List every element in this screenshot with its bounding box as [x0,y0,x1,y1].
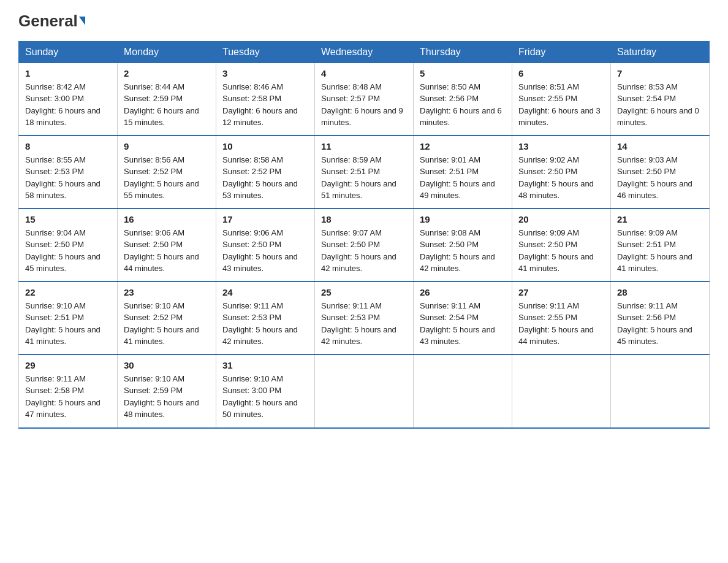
day-cell: 29Sunrise: 9:11 AMSunset: 2:58 PMDayligh… [19,354,118,428]
header-cell-monday: Monday [118,41,216,63]
day-number: 10 [222,141,308,151]
day-cell: 12Sunrise: 9:01 AMSunset: 2:51 PMDayligh… [414,136,512,209]
header-row: SundayMondayTuesdayWednesdayThursdayFrid… [19,41,710,63]
day-cell: 6Sunrise: 8:51 AMSunset: 2:55 PMDaylight… [512,63,611,136]
day-number: 9 [124,141,210,151]
day-cell: 5Sunrise: 8:50 AMSunset: 2:56 PMDaylight… [414,63,512,136]
day-info: Sunrise: 9:10 AMSunset: 2:51 PMDaylight:… [25,300,111,348]
day-cell: 8Sunrise: 8:55 AMSunset: 2:53 PMDaylight… [19,136,118,209]
day-cell [512,354,611,428]
day-number: 24 [222,287,308,297]
day-number: 23 [124,287,210,297]
week-row-5: 29Sunrise: 9:11 AMSunset: 2:58 PMDayligh… [19,354,710,428]
day-number: 1 [25,68,111,79]
day-cell: 11Sunrise: 8:59 AMSunset: 2:51 PMDayligh… [315,136,414,209]
day-info: Sunrise: 9:06 AMSunset: 2:50 PMDaylight:… [222,227,308,275]
day-cell: 16Sunrise: 9:06 AMSunset: 2:50 PMDayligh… [118,209,216,282]
day-cell: 10Sunrise: 8:58 AMSunset: 2:52 PMDayligh… [216,136,315,209]
day-cell [315,354,414,428]
day-cell: 28Sunrise: 9:11 AMSunset: 2:56 PMDayligh… [611,282,710,354]
calendar-body: 1Sunrise: 8:42 AMSunset: 3:00 PMDaylight… [19,63,710,428]
day-number: 26 [420,287,506,297]
day-cell: 9Sunrise: 8:56 AMSunset: 2:52 PMDaylight… [118,136,216,209]
header-cell-wednesday: Wednesday [315,41,414,63]
day-number: 15 [25,214,111,224]
day-info: Sunrise: 8:50 AMSunset: 2:56 PMDaylight:… [420,81,506,129]
header-cell-friday: Friday [512,41,611,63]
week-row-1: 1Sunrise: 8:42 AMSunset: 3:00 PMDaylight… [19,63,710,136]
day-cell: 13Sunrise: 9:02 AMSunset: 2:50 PMDayligh… [512,136,611,209]
day-number: 27 [518,287,604,297]
day-cell: 31Sunrise: 9:10 AMSunset: 3:00 PMDayligh… [216,354,315,428]
day-number: 28 [617,287,703,297]
day-cell: 18Sunrise: 9:07 AMSunset: 2:50 PMDayligh… [315,209,414,282]
day-info: Sunrise: 8:58 AMSunset: 2:52 PMDaylight:… [222,154,308,202]
day-cell: 22Sunrise: 9:10 AMSunset: 2:51 PMDayligh… [19,282,118,354]
day-info: Sunrise: 9:03 AMSunset: 2:50 PMDaylight:… [617,154,703,202]
day-number: 5 [420,68,506,79]
day-cell [414,354,512,428]
page-header: General [18,12,710,30]
day-info: Sunrise: 8:46 AMSunset: 2:58 PMDaylight:… [222,81,308,129]
day-cell: 3Sunrise: 8:46 AMSunset: 2:58 PMDaylight… [216,63,315,136]
day-cell: 1Sunrise: 8:42 AMSunset: 3:00 PMDaylight… [19,63,118,136]
day-number: 16 [124,214,210,224]
day-cell: 26Sunrise: 9:11 AMSunset: 2:54 PMDayligh… [414,282,512,354]
day-number: 21 [617,214,703,224]
day-number: 3 [222,68,308,79]
day-number: 20 [518,214,604,224]
day-info: Sunrise: 8:53 AMSunset: 2:54 PMDaylight:… [617,81,703,129]
logo: General [18,12,85,30]
day-info: Sunrise: 9:09 AMSunset: 2:51 PMDaylight:… [617,227,703,275]
day-cell: 17Sunrise: 9:06 AMSunset: 2:50 PMDayligh… [216,209,315,282]
day-number: 25 [321,287,407,297]
day-number: 7 [617,68,703,79]
day-number: 4 [321,68,407,79]
day-cell: 27Sunrise: 9:11 AMSunset: 2:55 PMDayligh… [512,282,611,354]
day-cell: 24Sunrise: 9:11 AMSunset: 2:53 PMDayligh… [216,282,315,354]
day-number: 30 [124,360,210,370]
day-info: Sunrise: 9:11 AMSunset: 2:53 PMDaylight:… [321,300,407,348]
day-info: Sunrise: 9:07 AMSunset: 2:50 PMDaylight:… [321,227,407,275]
day-cell: 25Sunrise: 9:11 AMSunset: 2:53 PMDayligh… [315,282,414,354]
day-info: Sunrise: 8:51 AMSunset: 2:55 PMDaylight:… [518,81,604,129]
day-cell: 19Sunrise: 9:08 AMSunset: 2:50 PMDayligh… [414,209,512,282]
calendar-header: SundayMondayTuesdayWednesdayThursdayFrid… [19,41,710,63]
day-info: Sunrise: 9:04 AMSunset: 2:50 PMDaylight:… [25,227,111,275]
day-info: Sunrise: 8:48 AMSunset: 2:57 PMDaylight:… [321,81,407,129]
day-cell: 14Sunrise: 9:03 AMSunset: 2:50 PMDayligh… [611,136,710,209]
day-info: Sunrise: 8:59 AMSunset: 2:51 PMDaylight:… [321,154,407,202]
week-row-4: 22Sunrise: 9:10 AMSunset: 2:51 PMDayligh… [19,282,710,354]
day-info: Sunrise: 8:56 AMSunset: 2:52 PMDaylight:… [124,154,210,202]
day-info: Sunrise: 9:10 AMSunset: 3:00 PMDaylight:… [222,373,308,421]
day-info: Sunrise: 8:44 AMSunset: 2:59 PMDaylight:… [124,81,210,129]
day-info: Sunrise: 9:11 AMSunset: 2:55 PMDaylight:… [518,300,604,348]
day-number: 22 [25,287,111,297]
header-cell-sunday: Sunday [19,41,118,63]
day-info: Sunrise: 9:02 AMSunset: 2:50 PMDaylight:… [518,154,604,202]
header-cell-saturday: Saturday [611,41,710,63]
day-number: 12 [420,141,506,151]
day-number: 13 [518,141,604,151]
week-row-3: 15Sunrise: 9:04 AMSunset: 2:50 PMDayligh… [19,209,710,282]
day-info: Sunrise: 9:09 AMSunset: 2:50 PMDaylight:… [518,227,604,275]
day-info: Sunrise: 9:10 AMSunset: 2:52 PMDaylight:… [124,300,210,348]
day-info: Sunrise: 9:11 AMSunset: 2:56 PMDaylight:… [617,300,703,348]
day-cell: 21Sunrise: 9:09 AMSunset: 2:51 PMDayligh… [611,209,710,282]
day-info: Sunrise: 9:11 AMSunset: 2:54 PMDaylight:… [420,300,506,348]
day-cell: 15Sunrise: 9:04 AMSunset: 2:50 PMDayligh… [19,209,118,282]
week-row-2: 8Sunrise: 8:55 AMSunset: 2:53 PMDaylight… [19,136,710,209]
day-cell: 2Sunrise: 8:44 AMSunset: 2:59 PMDaylight… [118,63,216,136]
day-number: 6 [518,68,604,79]
day-info: Sunrise: 8:42 AMSunset: 3:00 PMDaylight:… [25,81,111,129]
day-number: 8 [25,141,111,151]
day-cell: 30Sunrise: 9:10 AMSunset: 2:59 PMDayligh… [118,354,216,428]
header-cell-thursday: Thursday [414,41,512,63]
day-info: Sunrise: 8:55 AMSunset: 2:53 PMDaylight:… [25,154,111,202]
logo-triangle-icon [79,17,85,25]
day-number: 18 [321,214,407,224]
day-info: Sunrise: 9:08 AMSunset: 2:50 PMDaylight:… [420,227,506,275]
day-info: Sunrise: 9:06 AMSunset: 2:50 PMDaylight:… [124,227,210,275]
day-number: 29 [25,360,111,370]
calendar-table: SundayMondayTuesdayWednesdayThursdayFrid… [18,41,710,429]
